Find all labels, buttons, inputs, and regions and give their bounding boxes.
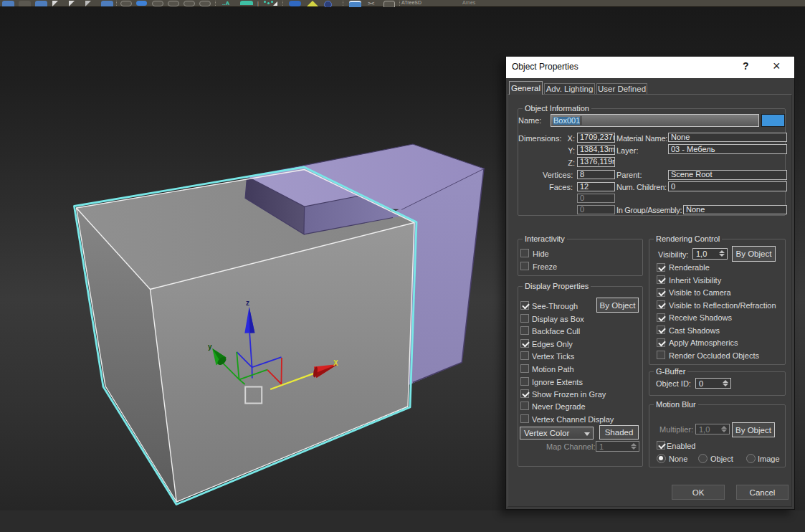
svg-text:y: y: [208, 343, 212, 351]
svg-text:X: X: [333, 359, 338, 367]
svg-text:z: z: [246, 299, 249, 307]
